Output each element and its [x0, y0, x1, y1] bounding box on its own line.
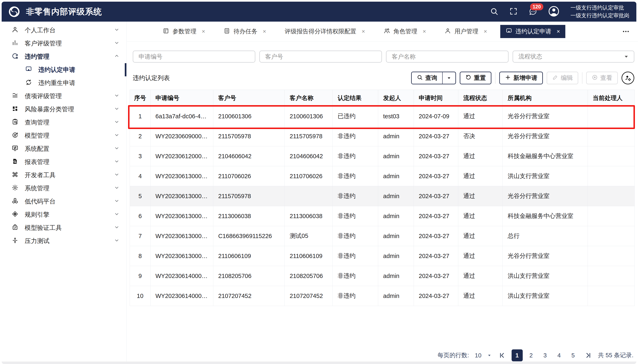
sidebar-item-label: 客户评级管理 [25, 39, 62, 48]
tab-close-icon[interactable]: × [484, 28, 487, 35]
reset-button[interactable]: 重置 [460, 72, 491, 84]
sidebar-subitem[interactable]: 违约重生申请 [0, 76, 126, 90]
page-button[interactable]: 3 [540, 350, 551, 361]
sidebar-item[interactable]: 模型验证工具 [0, 221, 126, 234]
column-header: 客户号 [213, 90, 285, 106]
page-button-active[interactable]: 1 [512, 350, 523, 361]
person-icon [444, 28, 451, 36]
tab-item[interactable]: 待办任务× [218, 25, 271, 38]
column-header: 申请编号 [151, 90, 213, 106]
table-row[interactable]: 8WY2023061300090121106061092110606109非违约… [130, 246, 635, 266]
sidebar-item[interactable]: 规则引擎 [0, 208, 126, 221]
table-cell: 通过 [458, 166, 503, 186]
edit-button[interactable]: 编辑 [547, 72, 578, 84]
page-button[interactable]: 2 [526, 350, 537, 361]
sidebar-item[interactable]: 系统管理 [0, 182, 126, 195]
sidebar-nav: 个人工作台客户评级管理违约管理违约认定申请违约重生申请债项评级管理风险暴露分类管… [0, 22, 127, 362]
search-icon[interactable] [490, 7, 498, 16]
avatar-icon[interactable] [548, 5, 560, 18]
table-cell: 非违约 [333, 226, 378, 246]
collapse-sidebar-icon[interactable] [133, 28, 140, 35]
table-cell: admin [378, 226, 414, 246]
table-row[interactable]: 7WY20230613000900C168663969115226测试05非违约… [130, 226, 635, 246]
table-row[interactable]: 10WY2023061400090421072074522107207452非违… [130, 286, 635, 306]
sidebar-item[interactable]: 债项评级管理 [0, 90, 126, 103]
sidebar-item[interactable]: 报表管理 [0, 155, 126, 168]
doc-search-icon [12, 158, 19, 166]
table-cell: 已违约 [333, 106, 378, 126]
table-row[interactable]: 6WY2023061300089621130060382113006038非违约… [130, 206, 635, 226]
tab-item[interactable]: 角色管理× [378, 25, 431, 38]
sidebar-item[interactable]: 模型管理 [0, 129, 126, 142]
tab-item[interactable]: 评级报告得分详情权限配置× [279, 25, 370, 38]
tab-close-icon[interactable]: × [202, 28, 205, 35]
tab-close-icon[interactable]: × [263, 28, 266, 35]
chevron-down-icon [114, 238, 119, 244]
column-header: 所属机构 [503, 90, 588, 106]
table-cell: admin [378, 146, 414, 166]
sidebar-item[interactable]: 压力测试 [0, 234, 126, 248]
table-cell: 非违约 [333, 186, 378, 206]
customer-name-input[interactable] [386, 50, 508, 62]
table-cell: 2113006038 [285, 206, 333, 226]
application-no-input[interactable] [133, 50, 255, 62]
tab-close-icon[interactable]: × [362, 28, 365, 35]
sidebar-subitem[interactable]: 违约认定申请 [0, 63, 126, 76]
tab-label: 待办任务 [233, 27, 257, 36]
fullscreen-icon[interactable] [509, 7, 518, 16]
messages-button[interactable]: 120 [528, 7, 537, 16]
tabs-more-icon[interactable] [622, 28, 630, 36]
page-button[interactable]: 4 [554, 350, 565, 361]
table-cell: 否决 [458, 126, 503, 146]
view-button[interactable]: 查看 [586, 72, 618, 84]
chevron-down-icon [114, 198, 119, 205]
process-status-select[interactable]: 流程状态 [513, 50, 634, 62]
tab-close-icon[interactable]: × [423, 28, 426, 35]
sidebar-item[interactable]: 风险暴露分类管理 [0, 103, 126, 116]
table-row[interactable]: 2WY2023060900089021157059782115705978非违约… [130, 126, 635, 146]
search-split-button: 查询 [411, 72, 456, 84]
table-row[interactable]: 5WY202306130008942115705978非违约admin2024-… [130, 186, 635, 206]
search-button[interactable]: 查询 [412, 72, 442, 84]
sidebar-item[interactable]: 低代码平台 [0, 195, 126, 208]
tabs-scroll-right-icon[interactable] [610, 28, 616, 34]
rows-per-page-caret-icon[interactable] [486, 352, 492, 358]
add-application-button[interactable]: 新增申请 [499, 72, 543, 84]
sidebar-item-label: 模型验证工具 [25, 224, 62, 232]
doc-lines-icon [163, 28, 169, 36]
sidebar-item[interactable]: 系统配置 [0, 142, 126, 155]
table-cell: 2115705978 [213, 186, 285, 206]
chevron-down-icon [114, 40, 119, 47]
first-page-icon[interactable] [498, 352, 505, 359]
tab-item[interactable]: 用户管理× [439, 25, 492, 38]
rows-per-page-value[interactable]: 10 [475, 352, 481, 359]
table-row[interactable]: 4WY2023061300089321107060262110706026非违约… [130, 166, 635, 186]
user-role: 一级支行违约认定审批岗 [570, 12, 629, 19]
table-row[interactable]: 16a13a7af-dc06-4a2c-...21006013062100601… [130, 106, 635, 126]
search-options-caret[interactable] [442, 72, 455, 84]
sidebar-item[interactable]: 客户评级管理 [0, 37, 126, 50]
tab-item[interactable]: 参数管理× [157, 25, 210, 38]
sidebar-item[interactable]: 个人工作台 [0, 24, 126, 37]
user-info[interactable]: 一级支行违约认定审批 一级支行违约认定审批岗 [570, 4, 629, 18]
tabs-scroll-left-icon[interactable] [146, 28, 152, 34]
table-cell: 通过 [458, 106, 503, 126]
tab-active[interactable]: 违约认定申请× [500, 25, 565, 38]
table-cell [588, 166, 635, 186]
customer-no-input[interactable] [259, 50, 382, 62]
table-cell: 通过 [458, 286, 503, 306]
sidebar-item[interactable]: 查询管理 [0, 116, 126, 129]
table-cell: 2108205706 [213, 266, 285, 286]
chevron-up-icon [114, 53, 119, 60]
last-page-icon[interactable] [585, 352, 592, 359]
column-header: 流程状态 [458, 90, 503, 106]
table-row[interactable]: 3WY2023061200089121046060422104606042非违约… [130, 146, 635, 166]
table-row[interactable]: 9WY2023061400090321082057062108205706非违约… [130, 266, 635, 286]
sidebar-item[interactable]: 开发者工具 [0, 168, 126, 182]
tab-close-icon[interactable]: × [557, 28, 560, 35]
page-button[interactable]: 5 [567, 350, 579, 361]
sidebar-item[interactable]: 违约管理 [0, 50, 126, 63]
column-settings-button[interactable] [621, 72, 634, 84]
table-cell: 2115705978 [213, 126, 285, 146]
search-button-label: 查询 [425, 74, 437, 82]
